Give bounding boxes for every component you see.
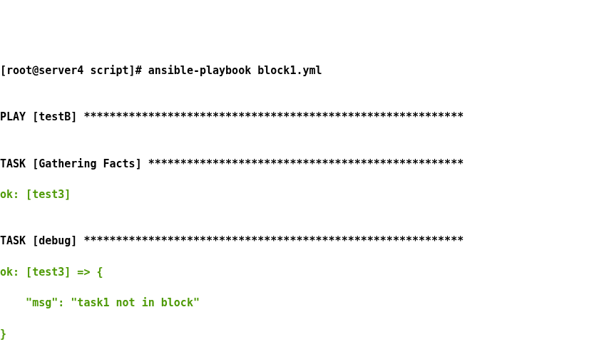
task-gathering-header: TASK [Gathering Facts] *****************… <box>0 157 594 172</box>
close-brace: } <box>0 327 594 343</box>
shell-prompt-line: [root@server4 script]# ansible-playbook … <box>0 63 594 79</box>
msg-line: "msg": "task1 not in block" <box>0 296 594 311</box>
ok-result-open: ok: [test3] => { <box>0 265 594 281</box>
ok-result-line: ok: [test3] <box>0 187 594 203</box>
task-debug-header: TASK [debug] ***************************… <box>0 234 594 249</box>
play-header: PLAY [testB] ***************************… <box>0 110 594 125</box>
